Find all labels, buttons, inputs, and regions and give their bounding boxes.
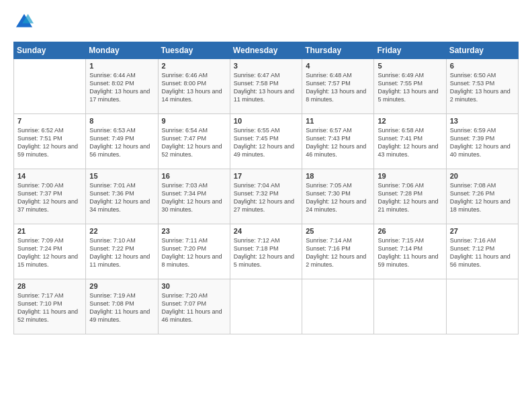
calendar-cell: 27Sunrise: 7:16 AMSunset: 7:12 PMDayligh… xyxy=(446,224,518,279)
cell-content: Sunrise: 6:53 AMSunset: 7:49 PMDaylight:… xyxy=(89,126,154,159)
cell-content: Sunrise: 6:57 AMSunset: 7:43 PMDaylight:… xyxy=(306,126,370,159)
day-number: 10 xyxy=(234,117,298,125)
cell-content: Sunrise: 7:16 AMSunset: 7:12 PMDaylight:… xyxy=(450,236,515,269)
day-number: 27 xyxy=(450,227,515,235)
day-number: 16 xyxy=(162,172,226,180)
cell-content: Sunrise: 6:58 AMSunset: 7:41 PMDaylight:… xyxy=(378,126,442,159)
day-number: 30 xyxy=(162,282,226,290)
cell-content: Sunrise: 7:04 AMSunset: 7:32 PMDaylight:… xyxy=(234,181,298,214)
logo xyxy=(13,12,34,34)
cell-content: Sunrise: 6:59 AMSunset: 7:39 PMDaylight:… xyxy=(450,126,515,159)
cell-content: Sunrise: 6:46 AMSunset: 8:00 PMDaylight:… xyxy=(162,71,226,104)
calendar-cell: 21Sunrise: 7:09 AMSunset: 7:24 PMDayligh… xyxy=(14,224,86,279)
header-day-wednesday: Wednesday xyxy=(230,42,302,59)
calendar-cell xyxy=(302,279,374,334)
cell-content: Sunrise: 7:10 AMSunset: 7:22 PMDaylight:… xyxy=(89,236,154,269)
day-number: 25 xyxy=(306,227,370,235)
day-number: 17 xyxy=(234,172,298,180)
day-number: 23 xyxy=(162,227,226,235)
cell-content: Sunrise: 6:54 AMSunset: 7:47 PMDaylight:… xyxy=(162,126,226,159)
cell-content: Sunrise: 7:19 AMSunset: 7:08 PMDaylight:… xyxy=(89,291,154,324)
day-number: 24 xyxy=(234,227,298,235)
calendar-cell: 29Sunrise: 7:19 AMSunset: 7:08 PMDayligh… xyxy=(86,279,158,334)
day-number: 8 xyxy=(89,117,154,125)
header-day-monday: Monday xyxy=(86,42,158,59)
calendar-cell: 23Sunrise: 7:11 AMSunset: 7:20 PMDayligh… xyxy=(158,224,230,279)
day-number: 20 xyxy=(450,172,515,180)
cell-content: Sunrise: 7:14 AMSunset: 7:16 PMDaylight:… xyxy=(306,236,370,269)
day-number: 21 xyxy=(17,227,82,235)
cell-content: Sunrise: 6:50 AMSunset: 7:53 PMDaylight:… xyxy=(450,71,515,104)
day-number: 29 xyxy=(89,282,154,290)
day-number: 4 xyxy=(306,62,370,70)
calendar-cell: 7Sunrise: 6:52 AMSunset: 7:51 PMDaylight… xyxy=(14,114,86,169)
cell-content: Sunrise: 6:55 AMSunset: 7:45 PMDaylight:… xyxy=(234,126,298,159)
calendar-cell: 5Sunrise: 6:49 AMSunset: 7:55 PMDaylight… xyxy=(374,59,446,114)
calendar-cell: 12Sunrise: 6:58 AMSunset: 7:41 PMDayligh… xyxy=(374,114,446,169)
calendar-cell: 13Sunrise: 6:59 AMSunset: 7:39 PMDayligh… xyxy=(446,114,518,169)
day-number: 7 xyxy=(17,117,82,125)
calendar-cell: 19Sunrise: 7:06 AMSunset: 7:28 PMDayligh… xyxy=(374,169,446,224)
cell-content: Sunrise: 7:08 AMSunset: 7:26 PMDaylight:… xyxy=(450,181,515,214)
calendar-body: 1Sunrise: 6:44 AMSunset: 8:02 PMDaylight… xyxy=(14,59,519,334)
calendar-table: SundayMondayTuesdayWednesdayThursdayFrid… xyxy=(13,42,519,334)
day-number: 15 xyxy=(89,172,154,180)
header-day-tuesday: Tuesday xyxy=(158,42,230,59)
calendar-cell: 2Sunrise: 6:46 AMSunset: 8:00 PMDaylight… xyxy=(158,59,230,114)
calendar-cell: 22Sunrise: 7:10 AMSunset: 7:22 PMDayligh… xyxy=(86,224,158,279)
calendar-cell: 8Sunrise: 6:53 AMSunset: 7:49 PMDaylight… xyxy=(86,114,158,169)
calendar-cell xyxy=(230,279,302,334)
cell-content: Sunrise: 6:52 AMSunset: 7:51 PMDaylight:… xyxy=(17,126,82,159)
calendar-cell: 17Sunrise: 7:04 AMSunset: 7:32 PMDayligh… xyxy=(230,169,302,224)
cell-content: Sunrise: 7:17 AMSunset: 7:10 PMDaylight:… xyxy=(17,291,82,324)
cell-content: Sunrise: 7:01 AMSunset: 7:36 PMDaylight:… xyxy=(89,181,154,214)
calendar-cell: 18Sunrise: 7:05 AMSunset: 7:30 PMDayligh… xyxy=(302,169,374,224)
cell-content: Sunrise: 6:48 AMSunset: 7:57 PMDaylight:… xyxy=(306,71,370,104)
header-day-thursday: Thursday xyxy=(302,42,374,59)
day-number: 3 xyxy=(234,62,298,70)
calendar-cell: 9Sunrise: 6:54 AMSunset: 7:47 PMDaylight… xyxy=(158,114,230,169)
cell-content: Sunrise: 7:03 AMSunset: 7:34 PMDaylight:… xyxy=(162,181,226,214)
week-row-1: 1Sunrise: 6:44 AMSunset: 8:02 PMDaylight… xyxy=(14,59,519,114)
calendar-cell xyxy=(14,59,86,114)
day-number: 12 xyxy=(378,117,442,125)
day-number: 26 xyxy=(378,227,442,235)
calendar-cell: 10Sunrise: 6:55 AMSunset: 7:45 PMDayligh… xyxy=(230,114,302,169)
day-number: 14 xyxy=(17,172,82,180)
calendar-cell: 26Sunrise: 7:15 AMSunset: 7:14 PMDayligh… xyxy=(374,224,446,279)
day-number: 13 xyxy=(450,117,515,125)
day-number: 22 xyxy=(89,227,154,235)
cell-content: Sunrise: 7:12 AMSunset: 7:18 PMDaylight:… xyxy=(234,236,298,269)
calendar-cell xyxy=(374,279,446,334)
day-number: 11 xyxy=(306,117,370,125)
cell-content: Sunrise: 7:05 AMSunset: 7:30 PMDaylight:… xyxy=(306,181,370,214)
cell-content: Sunrise: 7:20 AMSunset: 7:07 PMDaylight:… xyxy=(162,291,226,324)
cell-content: Sunrise: 6:49 AMSunset: 7:55 PMDaylight:… xyxy=(378,71,442,104)
cell-content: Sunrise: 6:47 AMSunset: 7:58 PMDaylight:… xyxy=(234,71,298,104)
header-day-friday: Friday xyxy=(374,42,446,59)
calendar-cell: 28Sunrise: 7:17 AMSunset: 7:10 PMDayligh… xyxy=(14,279,86,334)
calendar-cell: 11Sunrise: 6:57 AMSunset: 7:43 PMDayligh… xyxy=(302,114,374,169)
week-row-2: 7Sunrise: 6:52 AMSunset: 7:51 PMDaylight… xyxy=(14,114,519,169)
calendar-cell: 16Sunrise: 7:03 AMSunset: 7:34 PMDayligh… xyxy=(158,169,230,224)
day-number: 28 xyxy=(17,282,82,290)
header-day-saturday: Saturday xyxy=(446,42,518,59)
calendar-header: SundayMondayTuesdayWednesdayThursdayFrid… xyxy=(14,42,519,59)
week-row-5: 28Sunrise: 7:17 AMSunset: 7:10 PMDayligh… xyxy=(14,279,519,334)
day-number: 19 xyxy=(378,172,442,180)
calendar-cell: 25Sunrise: 7:14 AMSunset: 7:16 PMDayligh… xyxy=(302,224,374,279)
day-number: 18 xyxy=(306,172,370,180)
day-number: 9 xyxy=(162,117,226,125)
calendar-cell: 20Sunrise: 7:08 AMSunset: 7:26 PMDayligh… xyxy=(446,169,518,224)
calendar-cell: 3Sunrise: 6:47 AMSunset: 7:58 PMDaylight… xyxy=(230,59,302,114)
day-number: 1 xyxy=(89,62,154,70)
calendar-cell: 4Sunrise: 6:48 AMSunset: 7:57 PMDaylight… xyxy=(302,59,374,114)
cell-content: Sunrise: 7:15 AMSunset: 7:14 PMDaylight:… xyxy=(378,236,442,269)
cell-content: Sunrise: 7:11 AMSunset: 7:20 PMDaylight:… xyxy=(162,236,226,269)
day-number: 2 xyxy=(162,62,226,70)
week-row-4: 21Sunrise: 7:09 AMSunset: 7:24 PMDayligh… xyxy=(14,224,519,279)
header-day-sunday: Sunday xyxy=(14,42,86,59)
day-number: 6 xyxy=(450,62,515,70)
cell-content: Sunrise: 6:44 AMSunset: 8:02 PMDaylight:… xyxy=(89,71,154,104)
calendar-cell: 15Sunrise: 7:01 AMSunset: 7:36 PMDayligh… xyxy=(86,169,158,224)
